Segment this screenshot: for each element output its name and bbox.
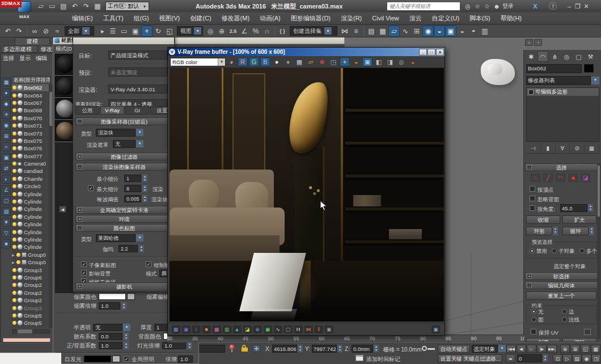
histogram-icon[interactable]: H [294,325,303,333]
scene-object-row[interactable]: Box062 [12,84,50,91]
blue-channel-toggle[interactable]: B [260,57,270,66]
search-input[interactable] [387,2,460,11]
constraint-edge-radio[interactable] [562,309,567,314]
visibility-bulb-icon[interactable] [12,184,16,188]
menu-1[interactable]: 工具(T) [98,12,129,24]
se-menu-0[interactable]: 选择 [3,55,14,61]
modifier-list-dropdown-arrow[interactable]: ▼ [591,77,599,84]
subpixel-mapping-checkbox[interactable]: ✓ [81,261,87,267]
min-subdivs-spinner[interactable]: ▲▼ [142,175,147,182]
stereo-icon[interactable]: ◍ [396,57,407,66]
track-mouse-button[interactable]: + [340,57,350,66]
material-editor-mode-menu[interactable]: 模式(D) [56,45,74,53]
fog-mult-spinner[interactable]: ▲▼ [121,302,126,310]
scene-object-row[interactable]: Group6 [12,274,50,281]
workspace-dropdown[interactable]: 工作区: 默认▼ [105,2,149,11]
remove-modifier-icon[interactable]: ⊘ [570,144,585,153]
ignore-backfacing-checkbox[interactable] [530,196,535,201]
selection-set-dropdown-arrow[interactable]: ▼ [498,345,506,352]
constraint-normal-radio[interactable] [562,317,567,322]
scene-object-row[interactable]: Box076 [12,145,50,152]
scene-object-row[interactable]: Group2 [12,289,50,297]
display-lights-icon[interactable]: ☀ [2,110,11,119]
ribbon-polygon-modeling[interactable]: 多边形建模 [1,45,37,53]
scene-object-row[interactable]: Chamfe [12,175,50,183]
key-filters-curve-icon[interactable]: ∿ [454,355,458,361]
orbit-button[interactable]: ◉ [582,354,591,363]
rollout-environment[interactable]: +环境 [75,215,173,223]
scene-object-row[interactable]: ◉Camera0 [12,160,50,167]
select-by-name-button[interactable]: ☰ [107,26,118,37]
constraint-none-radio[interactable] [531,309,536,314]
redo-button[interactable]: ↷ [14,26,25,37]
project-folder-icon[interactable]: ▦ [92,2,103,11]
display-geometry-icon[interactable]: ● [2,88,11,98]
selection-set-dropdown[interactable]: 选定对象 [472,345,498,353]
zoom-region-button[interactable]: ⊡ [553,354,562,363]
timeline-frame-label[interactable]: 30 [167,336,176,341]
menu-6[interactable]: 动画(A) [255,12,286,24]
curves-icon[interactable]: ∿ [274,325,282,333]
icc-icon[interactable]: ⋈ [304,325,313,333]
object-color-swatch[interactable] [584,64,594,73]
menu-10[interactable]: 渲云 [404,12,427,24]
vfb-channel-dropdown[interactable]: RGB color▼ [170,58,226,66]
rendered-frame-window-button[interactable]: ▣ [445,26,456,37]
key-filters-button[interactable]: 关键点过滤器... [462,354,502,363]
menu-9[interactable]: Civil View [367,13,404,23]
scene-object-row[interactable]: Cylinde [12,198,50,205]
select-and-move-button[interactable]: + [141,26,153,37]
render-setup-button[interactable]: ◒ [434,26,445,37]
angle-snap-toggle[interactable]: ∠ [239,26,250,37]
visibility-bulb-icon[interactable] [12,154,16,158]
color-mapping-type-dropdown-arrow[interactable]: ▼ [136,234,143,242]
color-mapping-type-dropdown[interactable]: 莱因哈德 [96,234,136,242]
grow-button[interactable]: 扩大 [562,215,596,224]
monochrome-toggle[interactable]: ● [283,57,293,66]
align-button[interactable]: ≡ [350,26,362,37]
scene-object-row[interactable]: ▶Group0 [12,259,50,266]
scene-object-row[interactable]: Group5 [12,319,50,327]
edit-named-selection-sets-button[interactable]: { } [277,26,288,37]
tab-hierarchy[interactable]: ⋔ [549,51,560,62]
se-menu-2[interactable]: 编辑 [36,55,47,61]
use-pivot-point-center-button[interactable]: ◎ [205,26,216,37]
show-end-result-icon[interactable]: ▮ [541,144,556,153]
noise-threshold-spinner[interactable]: ▲▼ [142,195,147,202]
visibility-bulb-icon[interactable] [12,314,16,318]
preserve-uv-settings-button[interactable] [584,329,591,335]
srgb-toggle-icon[interactable]: ‖ [315,325,323,333]
red-channel-toggle[interactable]: R [238,57,248,66]
zoom-button[interactable]: ⊕ [560,345,570,353]
visibility-bulb-icon[interactable] [12,146,16,150]
max-subdivs-field[interactable]: 8 [124,185,141,192]
scene-object-row[interactable]: Cylinde [12,243,50,251]
display-selection-sets-icon[interactable]: ▤ [2,207,11,216]
vfb-maximize-button[interactable]: □ [428,49,435,56]
preset-field[interactable]: 未选定预设 [108,67,167,77]
repeat-last-button[interactable]: 重复上一个 [526,291,596,300]
render-flyout-button[interactable]: ▥ [479,26,490,37]
tab-gi[interactable]: GI [125,106,149,115]
scene-object-row[interactable]: Cylinde [12,205,50,213]
select-and-scale-button[interactable]: ◱ [164,26,175,37]
window-crossing-toggle[interactable]: ▣ [130,26,141,37]
menu-8[interactable]: 渲染(R) [336,12,367,24]
menu-7[interactable]: 图形编辑器(D) [286,12,336,24]
select-and-rotate-button[interactable]: ↻ [153,26,164,37]
scene-object-row[interactable]: Group3 [12,266,50,273]
scene-object-row[interactable]: Cylinde [12,228,50,235]
y-coordinate-field[interactable]: 7997.742mm [312,345,337,353]
material-slot[interactable] [55,120,75,141]
bind-to-spacewarp-button[interactable]: ≈ [52,26,63,37]
scene-object-row[interactable]: Box067 [12,99,50,107]
current-frame-field[interactable]: 0 [517,354,542,362]
unlink-selection-button[interactable]: ⊘ [40,26,52,37]
visibility-bulb-icon[interactable] [12,94,16,98]
selection-filter-dropdown[interactable]: 全部▼ [65,26,94,36]
visibility-bulb-icon[interactable] [12,238,16,242]
visibility-bulb-icon[interactable] [12,108,16,112]
visibility-bulb-icon[interactable] [12,268,16,272]
shrink-button[interactable]: 收缩 [526,215,560,224]
alpha-channel-toggle[interactable]: ● [272,57,282,66]
